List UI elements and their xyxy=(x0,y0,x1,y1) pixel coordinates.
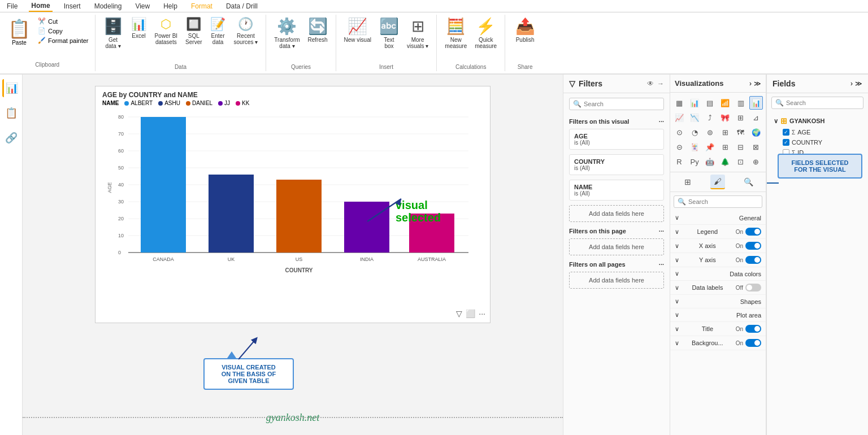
viz-custom1[interactable]: ⊡ xyxy=(734,155,748,168)
format-background[interactable]: ∨ Backgrou... On xyxy=(670,336,766,350)
gyankosh-table-header[interactable]: ∨ ⊞ GYANKOSH xyxy=(771,115,863,127)
format-data-labels[interactable]: ∨ Data labels Off xyxy=(670,281,766,295)
expand-icon[interactable]: ⬜ xyxy=(466,309,475,318)
viz-map[interactable]: 🗺 xyxy=(734,125,748,139)
add-data-fields-visual[interactable]: Add data fields here xyxy=(569,205,664,222)
sidebar-model-icon[interactable]: 🔗 xyxy=(2,129,20,147)
paste-button[interactable]: 📋 Paste xyxy=(5,17,34,47)
filter-expand-icon[interactable]: → xyxy=(657,80,664,88)
format-y-axis[interactable]: ∨ Y axis On xyxy=(670,253,766,267)
viz-matrix[interactable]: ⊠ xyxy=(749,140,763,154)
menu-format[interactable]: Format xyxy=(189,1,215,11)
filter-icon[interactable]: ▽ xyxy=(456,309,462,318)
viz-clustered-bar[interactable]: 📊 xyxy=(688,96,701,110)
viz-card[interactable]: 🃏 xyxy=(688,140,701,154)
viz-line[interactable]: 📈 xyxy=(672,111,686,124)
format-painter-button[interactable]: 🖌️ Format painter xyxy=(36,36,90,45)
fields-search-input[interactable] xyxy=(786,99,864,106)
filter-country[interactable]: COUNTRY is (All) xyxy=(569,154,664,175)
viz-ai[interactable]: 🤖 xyxy=(703,155,717,168)
new-measure-button[interactable]: 🧮 Newmeasure xyxy=(441,15,470,51)
filter-name[interactable]: NAME is (All) xyxy=(569,180,664,201)
fields-collapse-icon[interactable]: ≫ xyxy=(855,80,862,88)
quick-measure-button[interactable]: ⚡ Quickmeasure xyxy=(471,15,500,51)
format-paint-icon[interactable]: 🖌 xyxy=(710,175,725,189)
data-labels-toggle[interactable]: Off xyxy=(736,284,761,292)
fields-search-box[interactable]: 🔍 xyxy=(771,97,863,109)
viz-clustered-col-selected[interactable]: 📊 xyxy=(749,96,763,110)
field-country-row[interactable]: ✓ COUNTRY xyxy=(771,137,863,147)
viz-stacked-bar-100[interactable]: ▤ xyxy=(703,96,717,110)
filters-search-box[interactable]: 🔍 xyxy=(569,98,664,110)
get-data-button[interactable]: 🗄️ Getdata ▾ xyxy=(100,15,127,51)
background-toggle[interactable]: On xyxy=(736,339,761,347)
viz-decomp-tree[interactable]: 🌲 xyxy=(718,155,732,168)
viz-gauge[interactable]: ⊝ xyxy=(672,140,686,154)
enter-data-button[interactable]: 📝 Enterdata xyxy=(207,15,229,47)
viz-table[interactable]: ⊟ xyxy=(734,140,748,154)
viz-choropleth[interactable]: 🌍 xyxy=(749,125,763,139)
viz-python[interactable]: Py xyxy=(688,155,701,168)
viz-scatter[interactable]: ⊙ xyxy=(672,125,686,139)
viz-stacked-bar[interactable]: ▦ xyxy=(672,96,686,110)
recent-sources-button[interactable]: 🕐 Recentsources ▾ xyxy=(231,15,262,47)
field-age-checkbox[interactable]: ✓ xyxy=(783,129,789,136)
title-toggle[interactable]: On xyxy=(736,325,761,333)
analytics-icon[interactable]: 🔍 xyxy=(741,175,756,189)
filter-eye-icon[interactable]: 👁 xyxy=(647,80,654,88)
viz-custom2[interactable]: ⊕ xyxy=(749,155,763,168)
field-age-row[interactable]: ✓ Σ AGE xyxy=(771,127,863,137)
copy-button[interactable]: 📄 Copy xyxy=(36,27,90,35)
viz-kpi[interactable]: 📌 xyxy=(703,140,717,154)
format-plot-area[interactable]: ∨ Plot area xyxy=(670,308,766,322)
legend-toggle[interactable]: On xyxy=(736,228,761,236)
filters-all-more-icon[interactable]: ··· xyxy=(659,261,664,268)
viz-search-input[interactable] xyxy=(688,198,766,205)
viz-waterfall[interactable]: ⊞ xyxy=(734,111,748,124)
menu-data-drill[interactable]: Data / Drill xyxy=(224,1,260,11)
filters-visual-more-icon[interactable]: ··· xyxy=(659,118,664,125)
fields-icon[interactable]: ⊞ xyxy=(680,175,695,189)
y-axis-toggle-track[interactable] xyxy=(745,256,761,264)
menu-view[interactable]: View xyxy=(133,1,152,11)
more-visuals-button[interactable]: ⊞ Morevisuals ▾ xyxy=(403,15,432,51)
y-axis-toggle[interactable]: On xyxy=(736,256,761,264)
text-box-button[interactable]: 🔤 Textbox xyxy=(376,15,402,51)
viz-treemap[interactable]: ⊞ xyxy=(718,125,732,139)
filter-age[interactable]: AGE is (All) xyxy=(569,129,664,150)
format-general[interactable]: ∨ General xyxy=(670,211,766,225)
viz-pie[interactable]: ◔ xyxy=(688,125,701,139)
sidebar-report-icon[interactable]: 📊 xyxy=(2,79,20,97)
refresh-button[interactable]: 🔄 Refresh xyxy=(305,15,331,45)
add-data-fields-page[interactable]: Add data fields here xyxy=(569,238,664,255)
menu-file[interactable]: File xyxy=(5,1,20,11)
viz-line-cluster[interactable]: ⤴ xyxy=(703,111,717,124)
transform-data-button[interactable]: ⚙️ Transformdata ▾ xyxy=(271,15,303,51)
field-country-checkbox[interactable]: ✓ xyxy=(783,139,789,146)
cut-button[interactable]: ✂️ Cut xyxy=(36,17,90,25)
menu-modeling[interactable]: Modeling xyxy=(92,1,124,11)
menu-help[interactable]: Help xyxy=(161,1,180,11)
x-axis-toggle-track[interactable] xyxy=(745,242,761,250)
excel-button[interactable]: 📊 Excel xyxy=(128,15,150,41)
legend-toggle-track[interactable] xyxy=(745,228,761,236)
viz-collapse-icon[interactable]: ≫ xyxy=(754,80,761,88)
viz-expand-icon[interactable]: › xyxy=(749,80,752,88)
publish-button[interactable]: 📤 Publish xyxy=(512,15,539,45)
viz-funnel[interactable]: ⊿ xyxy=(749,111,763,124)
sql-server-button[interactable]: 🔲 SQLServer xyxy=(182,15,205,47)
viz-stacked-col[interactable]: ▥ xyxy=(734,96,748,110)
new-visual-button[interactable]: 📈 New visual xyxy=(341,15,375,45)
fields-expand-icon[interactable]: › xyxy=(850,80,853,88)
more-icon[interactable]: ··· xyxy=(479,309,485,318)
background-toggle-track[interactable] xyxy=(745,339,761,347)
sidebar-data-icon[interactable]: 📋 xyxy=(2,104,20,122)
viz-search-box[interactable]: 🔍 xyxy=(674,195,762,208)
data-labels-toggle-track[interactable] xyxy=(745,284,761,292)
add-data-fields-all[interactable]: Add data fields here xyxy=(569,272,664,289)
viz-clustered-col[interactable]: 📶 xyxy=(718,96,732,110)
power-bi-datasets-button[interactable]: ⬡ Power BIdatasets xyxy=(151,15,181,47)
filters-search-input[interactable] xyxy=(584,101,662,107)
format-x-axis[interactable]: ∨ X axis On xyxy=(670,239,766,253)
format-data-colors[interactable]: ∨ Data colors xyxy=(670,267,766,281)
